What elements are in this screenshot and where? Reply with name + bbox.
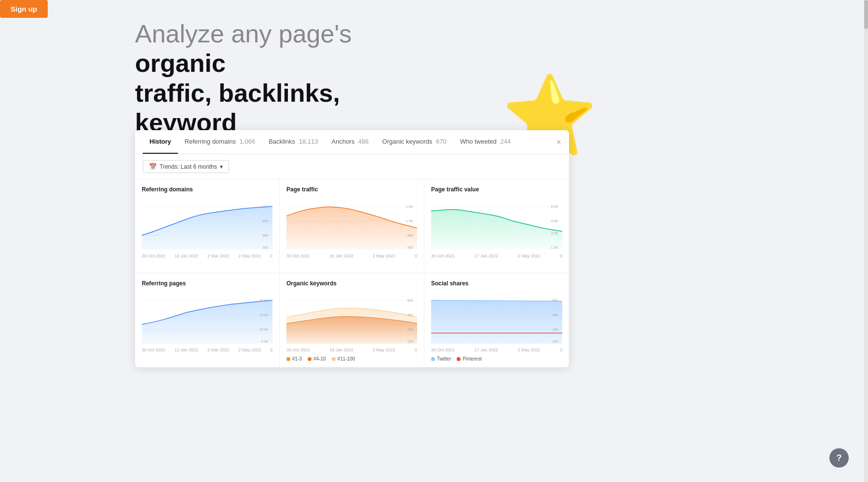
svg-text:1.4K: 1.4K [406, 219, 413, 223]
svg-text:900: 900 [407, 234, 413, 238]
chart-referring-domains: Referring domains 1.2K 900 [135, 179, 280, 273]
dashboard-panel: History Referring domains 1,066 Backlink… [135, 130, 569, 367]
chart-page-traffic-value: Page traffic value 6.5K 4.5K 3.0K 1.5K [424, 179, 569, 273]
chart-title-social-shares: Social shares [431, 280, 562, 287]
svg-text:150: 150 [407, 340, 413, 344]
chart-xaxis-referring-pages: 30 Oct 2021 12 Jan 2022 2 Mar 2022 2 May… [142, 348, 272, 352]
svg-text:300: 300 [263, 246, 269, 250]
chart-svg-referring-domains: 1.2K 900 600 300 [142, 197, 272, 250]
svg-text:450: 450 [407, 313, 413, 317]
filter-row: 📅 Trends: Last 6 months ▾ [135, 154, 569, 179]
tab-history[interactable]: History [143, 130, 178, 154]
chart-svg-referring-pages: 20.0K 15.0K 10.0K 5.0K [142, 291, 272, 344]
chart-svg-page-traffic-value: 6.5K 4.5K 3.0K 1.5K [431, 197, 562, 250]
chart-legend-social-shares: Twitter Pinterest [431, 356, 562, 362]
svg-text:600: 600 [407, 299, 413, 303]
svg-text:10.0K: 10.0K [259, 328, 269, 332]
legend-dot-1-3 [286, 357, 290, 361]
calendar-icon: 📅 [149, 163, 157, 170]
trends-filter-button[interactable]: 📅 Trends: Last 6 months ▾ [143, 160, 229, 173]
header: Sign up [0, 0, 868, 18]
chart-svg-social-shares: 800 600 400 200 [431, 291, 562, 344]
svg-text:6.5K: 6.5K [551, 205, 558, 209]
tab-anchors[interactable]: Anchors 486 [325, 130, 376, 154]
svg-text:1.2K: 1.2K [261, 205, 269, 209]
chart-xaxis-organic-keywords: 30 Oct 2021 18 Jan 2022 2 May 2022 0 [286, 348, 417, 352]
tab-referring-domains[interactable]: Referring domains 1,066 [178, 130, 262, 154]
chart-page-traffic: Page traffic 1.8K 1.4K 900 450 [280, 179, 424, 273]
tab-who-tweeted[interactable]: Who tweeted 244 [453, 130, 517, 154]
scrollbar-thumb[interactable] [864, 0, 868, 29]
svg-text:200: 200 [552, 340, 558, 344]
legend-dot-4-10 [308, 357, 312, 361]
chart-svg-organic-keywords: 600 450 300 150 [286, 291, 417, 344]
close-button[interactable]: × [556, 137, 561, 147]
chevron-down-icon: ▾ [220, 163, 223, 170]
charts-grid: Referring domains 1.2K 900 [135, 179, 569, 367]
chart-xaxis-referring-domains: 30 Oct 2021 12 Jan 2022 2 Mar 2022 2 May… [142, 254, 272, 258]
chart-title-page-traffic: Page traffic [286, 186, 417, 193]
chart-referring-pages: Referring pages 20.0K 15.0K 10.0K 5.0K [135, 273, 280, 367]
chart-title-page-traffic-value: Page traffic value [431, 186, 562, 193]
help-button[interactable]: ? [829, 448, 849, 468]
chart-xaxis-page-traffic: 30 Oct 2021 16 Jan 2022 2 May 2022 0 [286, 254, 417, 258]
chart-title-referring-domains: Referring domains [142, 186, 272, 193]
tab-backlinks[interactable]: Backlinks 18,113 [262, 130, 325, 154]
svg-text:300: 300 [407, 328, 413, 332]
svg-text:600: 600 [552, 313, 558, 317]
chart-social-shares: Social shares 800 600 400 [424, 273, 569, 367]
svg-text:800: 800 [552, 299, 558, 303]
legend-dot-pinterest [457, 357, 461, 361]
svg-text:3.0K: 3.0K [551, 231, 558, 235]
svg-text:1.5K: 1.5K [551, 246, 558, 250]
svg-text:15.0K: 15.0K [259, 313, 269, 317]
chart-xaxis-social-shares: 30 Oct 2021 17 Jan 2022 2 May 2022 0 [431, 348, 562, 352]
filter-label: Trends: Last 6 months [160, 163, 217, 170]
svg-text:5.0K: 5.0K [261, 340, 269, 344]
sign-up-button[interactable]: Sign up [0, 0, 48, 18]
svg-text:1.8K: 1.8K [406, 205, 413, 209]
legend-dot-11-100 [332, 357, 336, 361]
chart-xaxis-page-traffic-value: 30 Oct 2021 17 Jan 2022 2 May 2022 0 [431, 254, 562, 258]
tab-organic-keywords[interactable]: Organic keywords 670 [376, 130, 453, 154]
svg-text:600: 600 [263, 234, 269, 238]
chart-title-organic-keywords: Organic keywords [286, 280, 417, 287]
svg-text:900: 900 [263, 219, 269, 223]
svg-text:20.0K: 20.0K [259, 299, 269, 303]
svg-text:4.5K: 4.5K [551, 219, 558, 223]
chart-svg-page-traffic: 1.8K 1.4K 900 450 [286, 197, 417, 250]
chart-organic-keywords: Organic keywords [280, 273, 424, 367]
chart-title-referring-pages: Referring pages [142, 280, 272, 287]
legend-dot-twitter [431, 357, 435, 361]
svg-text:450: 450 [407, 246, 413, 250]
scrollbar[interactable] [864, 0, 868, 482]
chart-legend-organic-keywords: #1-3 #4-10 #11-100 [286, 356, 417, 362]
tab-bar: History Referring domains 1,066 Backlink… [135, 130, 569, 154]
svg-text:400: 400 [552, 328, 558, 332]
